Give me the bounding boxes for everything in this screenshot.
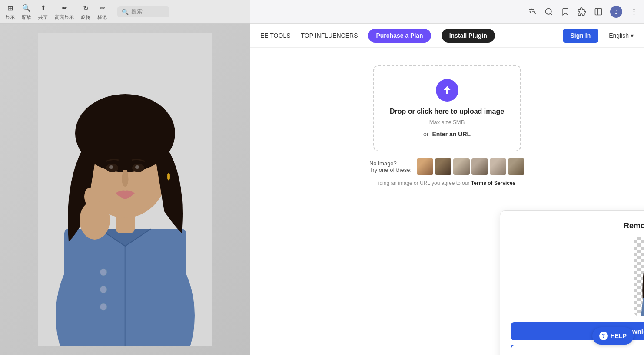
result-title: Remove Background <box>511 221 644 230</box>
url-section: or Enter an URL <box>423 131 471 138</box>
svg-point-3 <box>634 11 635 13</box>
rotate-label: 旋转 <box>81 14 90 20</box>
upload-sub-text: Max size 5MB <box>429 119 465 125</box>
search-icon[interactable] <box>544 7 554 16</box>
svg-point-2 <box>634 9 635 10</box>
zoom-label: 缩放 <box>22 14 31 20</box>
sample-image-6[interactable] <box>508 158 524 175</box>
sample-image-3[interactable] <box>453 158 470 175</box>
sample-label-line1: No image? <box>369 160 412 167</box>
toolbar-item-zoom[interactable]: 🔍 缩放 <box>22 3 31 20</box>
svg-point-4 <box>634 14 635 15</box>
sample-image-4[interactable] <box>471 158 488 175</box>
nav-link-influencers[interactable]: TOP INFLUENCERS <box>301 32 358 39</box>
purchase-plan-button[interactable]: Purchase a Plan <box>368 29 431 43</box>
svg-point-20 <box>167 173 170 180</box>
navbar: EE TOOLS TOP INFLUENCERS Purchase a Plan… <box>250 24 644 48</box>
sample-image-5[interactable] <box>490 158 506 175</box>
nav-link-tools[interactable]: EE TOOLS <box>260 32 291 39</box>
result-image-container <box>634 237 644 316</box>
terms-prefix: iding an image or URL you agree to our <box>378 180 470 186</box>
markup-icon: ✏ <box>97 3 107 13</box>
mac-search-bar[interactable]: 🔍 搜索 <box>117 6 169 17</box>
edit-button[interactable]: Edit <box>511 345 644 355</box>
highlight-icon: ✒ <box>60 3 69 13</box>
mac-toolbar: ⊞ 显示 🔍 缩放 ⬆ 共享 ✒ 高亮显示 ↻ 旋转 ✏ 标记 🔍 搜索 <box>0 0 250 24</box>
search-icon: 🔍 <box>122 9 129 15</box>
upload-icon-circle <box>436 79 458 102</box>
zoom-icon: 🔍 <box>22 3 31 13</box>
web-panel: EE TOOLS TOP INFLUENCERS Purchase a Plan… <box>250 24 644 355</box>
install-plugin-button[interactable]: Install Plugin <box>442 29 495 43</box>
sample-image-2[interactable] <box>435 158 451 175</box>
share-icon: ⬆ <box>38 3 48 13</box>
upload-main-text: Drop or click here to upload image <box>390 108 504 115</box>
or-text: or <box>423 131 428 138</box>
toolbar-item-share[interactable]: ⬆ 共享 <box>38 3 48 20</box>
language-selector[interactable]: English ▾ <box>609 32 634 39</box>
help-button[interactable]: ? HELP <box>592 327 634 345</box>
svg-rect-1 <box>595 9 602 15</box>
svg-point-9 <box>100 269 107 276</box>
toolbar-item-display[interactable]: ⊞ 显示 <box>5 3 15 20</box>
sample-images-list <box>417 158 524 175</box>
svg-point-10 <box>100 286 107 293</box>
terms-text: iding an image or URL you agree to our T… <box>378 180 516 186</box>
toolbar-item-markup[interactable]: ✏ 标记 <box>97 3 107 20</box>
photo-panel <box>0 24 250 355</box>
search-placeholder: 搜索 <box>131 8 143 16</box>
display-icon: ⊞ <box>5 3 15 13</box>
display-label: 显示 <box>5 14 15 20</box>
sample-label-line2: Try one of these: <box>369 167 412 173</box>
translate-icon[interactable] <box>528 7 537 16</box>
help-icon: ? <box>599 332 608 340</box>
markup-label: 标记 <box>97 14 107 20</box>
upload-arrow-icon <box>442 85 453 96</box>
terms-of-service-link[interactable]: Terms of Services <box>471 180 516 186</box>
extensions-icon[interactable] <box>577 7 587 16</box>
more-icon[interactable] <box>629 7 639 16</box>
rotate-icon: ↻ <box>81 3 90 13</box>
sign-in-button[interactable]: Sign In <box>563 29 599 43</box>
enter-url-link[interactable]: Enter an URL <box>432 131 471 138</box>
sidebar-icon[interactable] <box>594 7 603 16</box>
woman-photo <box>38 33 212 346</box>
sample-label: No image? Try one of these: <box>369 160 412 173</box>
svg-point-17 <box>109 165 113 169</box>
svg-point-18 <box>135 165 139 169</box>
mac-chrome-right: J <box>250 0 644 24</box>
toolbar-item-highlight[interactable]: ✒ 高亮显示 <box>55 3 74 20</box>
svg-point-0 <box>546 9 551 14</box>
svg-point-11 <box>100 303 107 310</box>
sample-images-row: No image? Try one of these: <box>369 158 524 175</box>
toolbar-item-rotate[interactable]: ↻ 旋转 <box>81 3 90 20</box>
bookmark-icon[interactable] <box>561 7 570 16</box>
share-label: 共享 <box>38 14 48 20</box>
help-label: HELP <box>611 332 627 339</box>
sample-image-1[interactable] <box>417 158 433 175</box>
avatar[interactable]: J <box>610 6 622 18</box>
result-person-svg <box>634 237 644 316</box>
photo-background <box>0 24 250 355</box>
highlight-label: 高亮显示 <box>55 14 74 20</box>
upload-area[interactable]: Drop or click here to upload image Max s… <box>373 65 521 151</box>
main-content: Drop or click here to upload image Max s… <box>250 48 644 186</box>
